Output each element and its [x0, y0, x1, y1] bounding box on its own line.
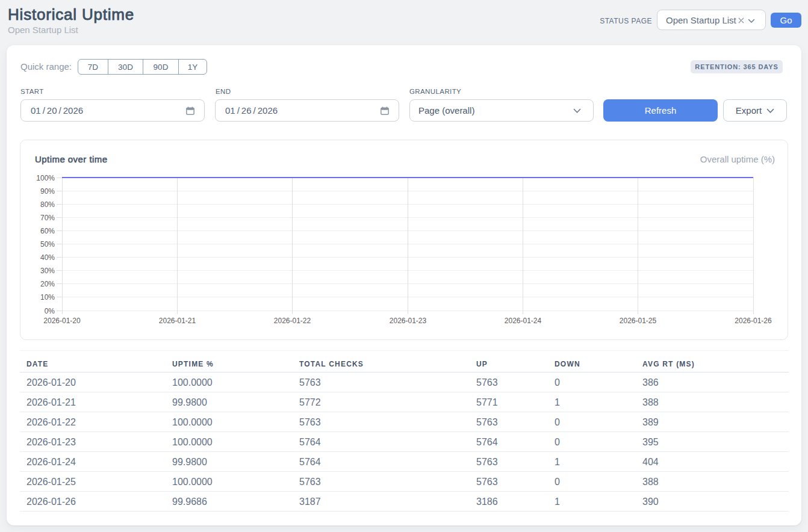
svg-text:2026-01-26: 2026-01-26 [735, 317, 772, 325]
svg-text:70%: 70% [40, 214, 55, 222]
svg-text:40%: 40% [40, 253, 55, 262]
svg-text:2026-01-23: 2026-01-23 [390, 317, 427, 325]
svg-text:50%: 50% [40, 240, 55, 249]
svg-text:20%: 20% [40, 280, 55, 288]
svg-text:2026-01-24: 2026-01-24 [505, 317, 542, 325]
svg-text:2026-01-20: 2026-01-20 [43, 317, 81, 325]
svg-text:2026-01-25: 2026-01-25 [620, 317, 657, 325]
svg-text:10%: 10% [40, 293, 55, 302]
svg-text:30%: 30% [40, 267, 55, 275]
svg-text:80%: 80% [40, 200, 55, 209]
svg-text:60%: 60% [40, 227, 55, 235]
svg-text:100%: 100% [36, 174, 55, 182]
svg-text:2026-01-22: 2026-01-22 [274, 317, 311, 325]
svg-text:0%: 0% [45, 307, 55, 315]
svg-text:2026-01-21: 2026-01-21 [159, 317, 196, 325]
svg-text:90%: 90% [40, 187, 55, 196]
